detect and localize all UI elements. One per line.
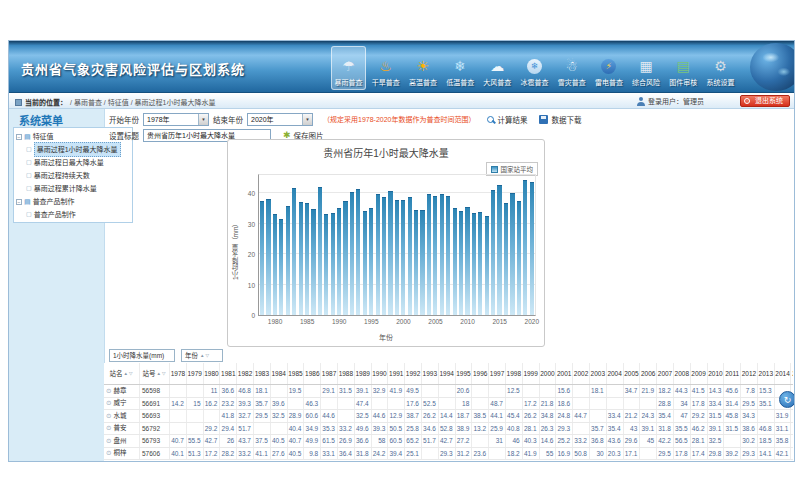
nav-item-hail[interactable]: ❄冰雹普查 xyxy=(517,46,552,90)
year-header[interactable]: 1985 xyxy=(288,363,305,384)
year-header[interactable]: 1986 xyxy=(304,363,321,384)
sidebar-item[interactable]: ▢暴雨过程日最大降水量 xyxy=(16,156,132,169)
year-header[interactable]: 2015 xyxy=(791,363,793,384)
value-cell: 33.1 xyxy=(321,448,338,460)
year-header[interactable]: 1987 xyxy=(321,363,338,384)
nav-item-lightning[interactable]: ⚡雷电普查 xyxy=(591,46,626,90)
year-header[interactable]: 1999 xyxy=(523,363,540,384)
sidebar-item[interactable]: ▢暴雨过程累计降水量 xyxy=(16,182,132,195)
year-header[interactable]: 1995 xyxy=(456,363,473,384)
year-header[interactable]: 2006 xyxy=(640,363,657,384)
chart-bar xyxy=(363,211,367,315)
nav-item-label: 综合风险 xyxy=(632,77,660,87)
year-header[interactable]: 1990 xyxy=(372,363,389,384)
value-cell xyxy=(422,385,439,397)
nav-item-wind[interactable]: ☁大风普查 xyxy=(480,46,515,90)
year-header[interactable]: 2000 xyxy=(540,363,557,384)
nav-item-drought[interactable]: ♨干旱普查 xyxy=(368,46,403,90)
year-header[interactable]: 2005 xyxy=(624,363,641,384)
float-refresh-button[interactable]: ↻ xyxy=(779,391,795,408)
x-tick-label: 2005 xyxy=(424,318,448,325)
year-header[interactable]: 1994 xyxy=(439,363,456,384)
year-header[interactable]: 1988 xyxy=(338,363,355,384)
year-header[interactable]: 2008 xyxy=(674,363,691,384)
value-cell: 38.5 xyxy=(472,410,489,422)
year-header[interactable]: 1992 xyxy=(405,363,422,384)
year-header[interactable]: 1981 xyxy=(220,363,237,384)
year-header[interactable]: 2012 xyxy=(741,363,758,384)
value-cell: 26.3 xyxy=(540,423,557,435)
metric-filter-select[interactable]: 1小时降水量(mm) xyxy=(109,349,175,362)
year-header[interactable]: 2013 xyxy=(758,363,775,384)
value-cell: 32.5 xyxy=(271,410,288,422)
nav-item-map[interactable]: ▤图件审核 xyxy=(666,46,701,90)
sidebar-item[interactable]: ▢普查产品制作 xyxy=(16,208,132,221)
value-cell: 40.4 xyxy=(288,423,305,435)
year-header[interactable]: 2010 xyxy=(708,363,725,384)
expand-icon[interactable]: ⊙ xyxy=(106,438,111,444)
year-header[interactable]: 1983 xyxy=(254,363,271,384)
collapse-icon[interactable]: − xyxy=(16,199,22,205)
year-header[interactable]: 2004 xyxy=(607,363,624,384)
station-name-header[interactable]: 站名▲▽ xyxy=(104,363,140,384)
value-cell: 46.2 xyxy=(691,423,708,435)
year-header[interactable]: 2014 xyxy=(775,363,792,384)
nav-item-snow[interactable]: ☃雪灾普查 xyxy=(554,46,589,90)
year-header[interactable]: 1978 xyxy=(170,363,187,384)
year-header[interactable]: 1996 xyxy=(472,363,489,384)
year-header[interactable]: 1998 xyxy=(506,363,523,384)
year-sort-control[interactable]: 年份 ▲▽ xyxy=(181,349,223,362)
calculate-button[interactable]: 计算结果 xyxy=(487,114,527,125)
station-id-header[interactable]: 站号▲▽ xyxy=(140,363,170,384)
value-cell: 45.8 xyxy=(724,410,741,422)
nav-item-composite[interactable]: ▦综合风险 xyxy=(629,46,664,90)
year-header[interactable]: 2007 xyxy=(657,363,674,384)
value-cell: 40.7 xyxy=(170,435,187,447)
sidebar-item[interactable]: ▢暴雨过程持续天数 xyxy=(16,169,132,182)
data-download-button[interactable]: 数据下载 xyxy=(539,114,581,125)
start-year-select[interactable]: 1978年 ▼ xyxy=(143,113,209,126)
chart-bar xyxy=(478,212,482,315)
value-cell: 29.3 xyxy=(741,448,758,460)
year-header[interactable]: 2002 xyxy=(573,363,590,384)
nav-item-rain[interactable]: ☂暴雨普查 xyxy=(331,46,366,90)
end-year-select[interactable]: 2020年 ▼ xyxy=(247,113,313,126)
nav-item-heat[interactable]: ☀高温普查 xyxy=(405,46,440,90)
year-header[interactable]: 1991 xyxy=(388,363,405,384)
nav-item-settings[interactable]: ⚙系统设置 xyxy=(703,46,738,90)
nav-item-cold[interactable]: ❄低温普查 xyxy=(443,46,478,90)
station-name: 威宁 xyxy=(113,398,126,410)
table-row: ⊙桐梓5760640.151.317.228.233.241.127.640.5… xyxy=(104,448,793,461)
year-header[interactable]: 1993 xyxy=(422,363,439,384)
value-cell xyxy=(791,410,793,422)
expand-icon[interactable]: ⊙ xyxy=(106,388,111,394)
sidebar-item[interactable]: ▢暴雨过程1小时最大降水量 xyxy=(16,143,132,156)
logout-button[interactable]: ○ 退出系统 xyxy=(740,95,790,107)
value-cell: 51.7 xyxy=(422,435,439,447)
year-header[interactable]: 2011 xyxy=(724,363,741,384)
year-header[interactable]: 2009 xyxy=(691,363,708,384)
expand-icon[interactable]: ⊙ xyxy=(106,400,111,406)
year-header[interactable]: 1982 xyxy=(237,363,254,384)
year-header[interactable]: 1979 xyxy=(187,363,204,384)
year-header[interactable]: 2003 xyxy=(590,363,607,384)
year-header[interactable]: 1989 xyxy=(355,363,372,384)
collapse-icon[interactable]: − xyxy=(16,134,22,140)
station-name-cell: ⊙水城 xyxy=(104,410,140,422)
app-title: 贵州省气象灾害风险评估与区划系统 xyxy=(21,59,245,78)
value-cell: 48.7 xyxy=(489,398,506,410)
sidebar-group[interactable]: −▤普查产品制作 xyxy=(16,195,132,208)
chart-bar xyxy=(401,200,405,315)
value-cell: 31.5 xyxy=(708,410,725,422)
value-cell: 33.2 xyxy=(573,435,590,447)
expand-icon[interactable]: ⊙ xyxy=(106,425,111,431)
year-header[interactable]: 1984 xyxy=(271,363,288,384)
year-header[interactable]: 1980 xyxy=(204,363,221,384)
expand-icon[interactable]: ⊙ xyxy=(106,413,111,419)
app-window: 贵州省气象灾害风险评估与区划系统 ☂暴雨普查♨干旱普查☀高温普查❄低温普查☁大风… xyxy=(8,40,795,462)
year-header[interactable]: 1997 xyxy=(489,363,506,384)
expand-icon[interactable]: ⊙ xyxy=(106,450,111,456)
value-cell: 29.1 xyxy=(321,385,338,397)
year-header[interactable]: 2001 xyxy=(556,363,573,384)
value-cell: 29.3 xyxy=(556,423,573,435)
